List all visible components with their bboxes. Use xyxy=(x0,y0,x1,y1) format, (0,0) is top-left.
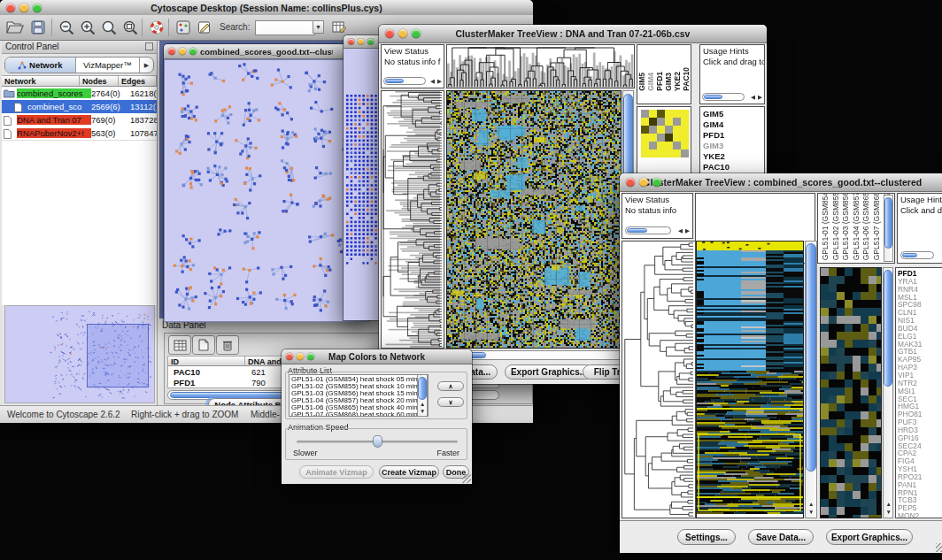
scroll-thumb[interactable] xyxy=(627,228,647,233)
gene-label[interactable]: GIM3 xyxy=(700,141,764,151)
network-tree-row[interactable]: RNAPuberNov2+!563(0)107847(0) xyxy=(2,127,157,140)
heatmap-panel[interactable] xyxy=(696,241,804,518)
scroll-up-icon[interactable]: ▲ xyxy=(808,501,814,508)
scroll-thumb[interactable] xyxy=(902,253,917,257)
window-controls[interactable] xyxy=(626,178,661,187)
scroll-up-icon[interactable]: ▲ xyxy=(886,501,892,508)
save-session-button[interactable] xyxy=(28,18,48,37)
row-dendrogram-panel[interactable] xyxy=(381,90,444,349)
delete-attribute-button[interactable] xyxy=(216,335,239,355)
float-panel-icon[interactable] xyxy=(145,42,153,50)
usage-hints-scrollbar[interactable] xyxy=(702,93,745,101)
minimize-button[interactable] xyxy=(639,178,648,187)
speed-slider-thumb[interactable] xyxy=(373,435,382,448)
window-controls[interactable] xyxy=(6,4,42,12)
row-dendrogram-canvas[interactable] xyxy=(622,242,695,518)
attribute-list-item[interactable]: GPL51-07 (GSM868) heat shock 60 min xyxy=(290,411,428,417)
column-header-edges[interactable]: Edges xyxy=(119,75,157,87)
column-dendrogram-canvas[interactable] xyxy=(447,45,634,88)
row-dendrogram-canvas[interactable] xyxy=(382,91,444,348)
gene-label[interactable]: YKE2 xyxy=(700,151,764,162)
zoom-fit-button[interactable] xyxy=(99,18,119,37)
attribute-list-vscroll-thumb[interactable] xyxy=(418,377,427,400)
overview-button[interactable] xyxy=(174,18,193,37)
window-controls[interactable] xyxy=(348,39,374,45)
minimize-button[interactable] xyxy=(358,39,364,45)
column-header-network[interactable]: Network xyxy=(2,75,80,87)
zoom-window-button[interactable] xyxy=(189,48,197,55)
row-dendrogram-panel[interactable] xyxy=(622,241,696,518)
gene-list-vscroll[interactable]: ▲ ▼ xyxy=(883,267,893,518)
data-column-id[interactable]: ID xyxy=(167,356,245,366)
close-button[interactable] xyxy=(626,178,635,187)
network-overview-canvas[interactable] xyxy=(5,306,154,403)
network-canvas-2[interactable] xyxy=(344,49,382,320)
treeview2-titlebar[interactable]: ClusterMaker TreeView : combined_scores_… xyxy=(620,173,942,192)
zoom-window-button[interactable] xyxy=(33,4,42,12)
search-dropdown-button[interactable]: ▼ xyxy=(313,20,324,34)
scroll-left-icon[interactable]: ◀ xyxy=(678,227,683,234)
minimize-button[interactable] xyxy=(398,29,407,38)
dialog-titlebar[interactable]: Map Colors to Network xyxy=(282,349,472,364)
column-labels-vscroll[interactable] xyxy=(884,195,893,262)
zoom-out-button[interactable] xyxy=(57,18,76,37)
zoom-in-button[interactable] xyxy=(78,18,97,37)
create-vizmap-button[interactable]: Create Vizmap xyxy=(379,465,439,479)
gene-label[interactable]: PAC10 xyxy=(700,162,764,173)
settings-button[interactable]: Settings... xyxy=(677,529,736,545)
heatmap-panel[interactable] xyxy=(446,90,622,349)
window-controls[interactable] xyxy=(168,48,197,55)
main-titlebar[interactable]: Cytoscape Desktop (Session Name: collins… xyxy=(0,0,533,16)
gene-label[interactable]: PFD1 xyxy=(700,130,764,141)
save-data-button[interactable]: Save Data... xyxy=(748,529,814,545)
scroll-down-icon[interactable]: ▼ xyxy=(808,509,814,516)
move-down-button[interactable]: ∨ xyxy=(437,397,464,407)
close-button[interactable] xyxy=(286,353,293,360)
open-session-button[interactable] xyxy=(5,18,25,37)
create-attribute-button[interactable] xyxy=(192,335,215,355)
zoom-heatmap-canvas[interactable] xyxy=(821,268,881,518)
select-attributes-button[interactable] xyxy=(168,335,191,355)
zoom-window-button[interactable] xyxy=(652,178,661,187)
usage-hints-scrollbar[interactable] xyxy=(900,251,934,259)
gene-label[interactable]: MON2 xyxy=(896,512,942,518)
network-tree-row[interactable]: combined_sco2569(6)13112(15) xyxy=(2,100,157,113)
search-input[interactable] xyxy=(255,20,315,35)
heatmap-canvas[interactable] xyxy=(447,91,621,348)
scroll-right-icon[interactable]: ▶ xyxy=(758,94,762,101)
zoom-heatmap-panel[interactable] xyxy=(820,267,882,518)
column-dendrogram-panel[interactable] xyxy=(446,44,635,88)
scroll-down-icon[interactable]: ▼ xyxy=(420,408,425,415)
help-button[interactable] xyxy=(147,18,166,37)
close-button[interactable] xyxy=(348,39,354,45)
scroll-up-icon[interactable]: ▲ xyxy=(420,401,425,408)
scroll-left-icon[interactable]: ◀ xyxy=(751,94,755,101)
close-button[interactable] xyxy=(385,29,394,38)
zoom-window-button[interactable] xyxy=(412,29,421,38)
gene-label[interactable]: GIM4 xyxy=(700,119,764,130)
scroll-right-icon[interactable]: ▶ xyxy=(437,78,442,85)
close-button[interactable] xyxy=(168,48,175,55)
animate-vizmap-button[interactable]: Animate Vizmap xyxy=(299,465,374,479)
resize-grip[interactable] xyxy=(462,474,471,483)
scroll-thumb[interactable] xyxy=(385,79,404,83)
scroll-left-icon[interactable]: ◀ xyxy=(430,78,435,85)
attribute-listbox[interactable]: GPL51-01 (GSM854) heat shock 05 minGPL51… xyxy=(289,374,429,417)
window-controls[interactable] xyxy=(385,29,421,38)
export-graphics-button[interactable]: Export Graphics... xyxy=(826,529,913,545)
scroll-right-icon[interactable]: ▶ xyxy=(685,227,690,234)
window-controls[interactable] xyxy=(286,353,314,360)
heatmap-hscroll[interactable] xyxy=(446,350,634,360)
close-button[interactable] xyxy=(6,4,15,12)
network-tree-row[interactable]: DNA and Tran 07769(0)183728(0) xyxy=(2,113,157,127)
export-graphics-button[interactable]: Export Graphics... xyxy=(505,364,593,380)
tab-overflow-button[interactable]: ▶ xyxy=(140,58,153,73)
column-header-nodes[interactable]: Nodes xyxy=(80,75,119,87)
annotation-button[interactable] xyxy=(195,18,214,37)
minimize-button[interactable] xyxy=(179,48,186,55)
treeview1-titlebar[interactable]: ClusterMaker TreeView : DNA and Tran 07-… xyxy=(379,25,767,43)
gene-label[interactable]: GIM5 xyxy=(700,109,764,119)
view-status-scrollbar[interactable] xyxy=(383,77,426,85)
network-tree-row[interactable]: combined_scores2764(0)16218(0) xyxy=(2,87,157,100)
network-view-titlebar[interactable]: combined_scores_good.txt--cluste... xyxy=(164,44,369,59)
